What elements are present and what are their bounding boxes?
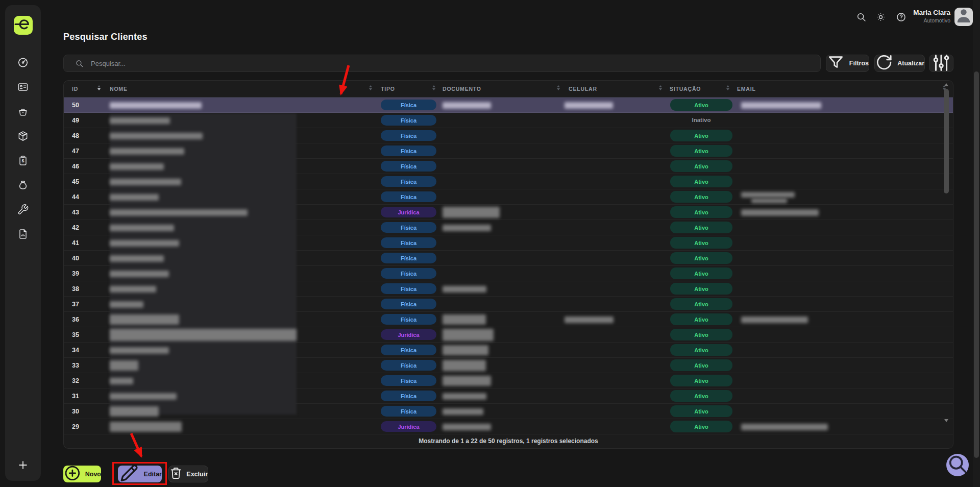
- column-settings-button[interactable]: [929, 55, 953, 72]
- status-badge: Ativo: [670, 329, 732, 340]
- sort-icon: [369, 85, 372, 90]
- search-input[interactable]: [90, 59, 820, 68]
- redacted-text: [751, 199, 787, 203]
- redacted-text: [443, 408, 483, 415]
- table-scrollbar[interactable]: [943, 82, 949, 427]
- tipo-badge: Física: [381, 268, 436, 279]
- user-role: Automotivo: [913, 17, 950, 24]
- tipo-badge: Física: [381, 130, 436, 141]
- redacted-text: [110, 329, 297, 341]
- tipo-badge: Física: [381, 222, 436, 233]
- refresh-label: Atualizar: [897, 60, 924, 67]
- cell-id: 40: [72, 255, 79, 262]
- redacted-text: [565, 102, 613, 109]
- status-text: Inativo: [670, 117, 732, 123]
- column-header-nome[interactable]: NOME: [110, 86, 128, 92]
- status-badge: Ativo: [670, 390, 732, 402]
- edit-button[interactable]: Editar: [118, 466, 162, 482]
- redacted-text: [110, 133, 203, 139]
- sidebar-item-dashboard[interactable]: [17, 57, 29, 68]
- cell-id: 29: [72, 423, 79, 430]
- cell-id: 33: [72, 362, 79, 369]
- status-badge: Ativo: [670, 99, 732, 111]
- column-header-tipo[interactable]: TIPO: [381, 86, 395, 92]
- sidebar-item-sales[interactable]: [17, 106, 29, 117]
- redacted-text: [110, 347, 169, 354]
- status-badge: Ativo: [670, 252, 732, 264]
- delete-button[interactable]: Excluir: [168, 466, 208, 482]
- floating-search-button[interactable]: [946, 454, 969, 476]
- column-header-id[interactable]: ID: [72, 86, 78, 92]
- cell-id: 35: [72, 331, 79, 338]
- package-icon: [17, 135, 29, 143]
- user-name: Maria Clara: [913, 9, 950, 17]
- pencil-icon: [118, 462, 140, 486]
- new-button[interactable]: Novo: [63, 466, 101, 482]
- column-header-celular[interactable]: CELULAR: [569, 86, 597, 92]
- redacted-text: [565, 316, 614, 323]
- column-header-documento[interactable]: DOCUMENTO: [443, 86, 481, 92]
- status-badge: Ativo: [670, 237, 732, 249]
- sort-icon: [659, 85, 662, 90]
- tipo-badge: Jurídica: [381, 421, 436, 432]
- person-icon: [954, 8, 973, 26]
- clients-table: IDNOMETIPODOCUMENTOCELULARSITUAÇÃOEMAIL …: [63, 80, 953, 449]
- help-button[interactable]: [896, 12, 906, 22]
- redacted-text: [443, 345, 488, 355]
- plus-circle-icon: [63, 464, 82, 484]
- refresh-icon: [875, 53, 893, 73]
- redacted-text: [110, 194, 159, 201]
- column-header-situação[interactable]: SITUAÇÃO: [670, 86, 701, 92]
- plus-icon: [17, 464, 29, 472]
- sidebar-item-products[interactable]: [17, 130, 29, 142]
- gauge-icon: [17, 61, 29, 70]
- money-bag-icon: [17, 184, 29, 192]
- tipo-badge: Física: [381, 345, 436, 355]
- sliders-icon: [929, 51, 953, 76]
- status-badge: Ativo: [670, 191, 732, 203]
- sort-icon: [557, 85, 560, 90]
- sidebar-item-clients[interactable]: [17, 81, 29, 93]
- status-badge: Ativo: [670, 145, 732, 157]
- status-badge: Ativo: [670, 283, 732, 295]
- redacted-text: [110, 163, 164, 170]
- status-badge: Ativo: [670, 176, 732, 187]
- global-search-button[interactable]: [856, 12, 867, 22]
- page-scrollbar[interactable]: [973, 0, 980, 487]
- filters-button[interactable]: Filtros: [826, 55, 869, 72]
- redacted-text: [443, 207, 500, 218]
- cell-id: 30: [72, 408, 79, 415]
- sidebar: $: [5, 5, 41, 481]
- cell-id: 49: [72, 117, 79, 124]
- sidebar-item-billing[interactable]: $: [17, 155, 29, 166]
- scroll-down-icon[interactable]: [944, 419, 948, 422]
- sidebar-add-button[interactable]: [17, 459, 29, 471]
- redacted-text: [110, 378, 133, 384]
- file-chart-icon: [17, 233, 29, 241]
- redacted-text: [110, 117, 170, 124]
- avatar[interactable]: [954, 8, 973, 26]
- redacted-text: [110, 301, 143, 308]
- tipo-badge: Física: [381, 237, 436, 248]
- cell-id: 36: [72, 316, 79, 323]
- sidebar-item-finance[interactable]: [17, 179, 29, 191]
- sidebar-item-reports[interactable]: [17, 228, 29, 240]
- redacted-text: [741, 192, 795, 198]
- redacted-text: [110, 271, 169, 277]
- tipo-badge: Física: [381, 391, 436, 401]
- scrollbar-thumb[interactable]: [944, 89, 949, 193]
- cell-id: 32: [72, 377, 79, 384]
- refresh-button[interactable]: Atualizar: [874, 55, 925, 72]
- scroll-up-icon[interactable]: [944, 83, 948, 86]
- user-menu[interactable]: Maria Clara Automotivo: [913, 9, 950, 24]
- sidebar-item-services[interactable]: [17, 204, 29, 215]
- column-header-email[interactable]: EMAIL: [737, 86, 756, 92]
- tipo-badge: Física: [381, 161, 436, 172]
- table-row[interactable]: 29JurídicaAtivo: [64, 419, 953, 434]
- invoice-icon: $: [17, 159, 29, 168]
- table-row[interactable]: 50FísicaAtivo: [64, 98, 953, 113]
- search-icon: [856, 15, 867, 24]
- theme-toggle-button[interactable]: [875, 12, 886, 22]
- page-scrollbar-thumb[interactable]: [974, 71, 979, 458]
- table-row[interactable]: 35JurídicaAtivo: [64, 327, 953, 343]
